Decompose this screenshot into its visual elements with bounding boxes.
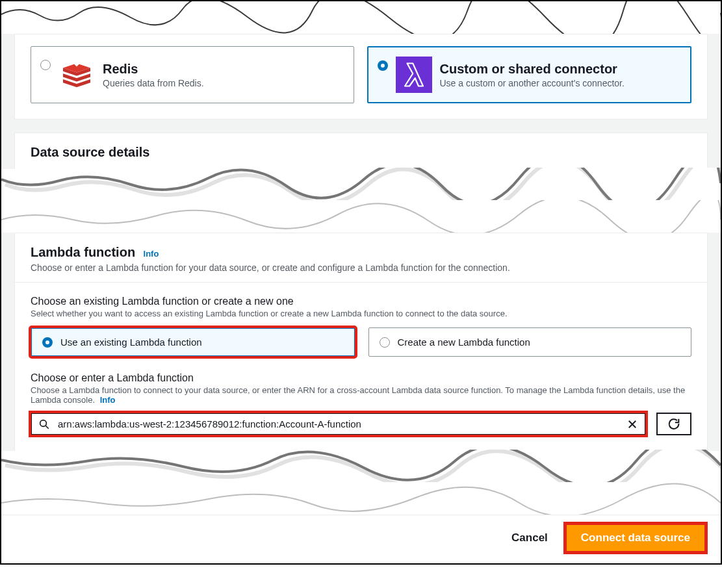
search-icon xyxy=(38,418,50,430)
connect-data-source-button[interactable]: Connect data source xyxy=(566,524,705,552)
refresh-icon xyxy=(667,417,681,431)
clear-icon[interactable] xyxy=(626,418,638,430)
lambda-icon xyxy=(396,57,432,93)
info-link[interactable]: Info xyxy=(144,249,159,259)
connector-tile-custom[interactable]: Custom or shared connector Use a custom … xyxy=(367,46,692,103)
radio-label: Create a new Lambda function xyxy=(398,337,530,348)
torn-edge-mid-bottom xyxy=(1,168,721,200)
radio-icon xyxy=(42,337,53,348)
torn-edge-footer-top xyxy=(1,482,721,515)
connector-options: Redis Queries data from Redis. Custom or… xyxy=(15,46,707,119)
radio-label: Use an existing Lambda function xyxy=(60,337,202,348)
connector-title: Redis xyxy=(103,61,343,77)
radio-icon xyxy=(40,60,51,70)
torn-edge-top xyxy=(1,1,721,34)
svg-line-3 xyxy=(45,426,49,429)
arn-title: Choose or enter a Lambda function xyxy=(31,372,691,384)
connector-title: Custom or shared connector xyxy=(440,61,680,77)
section-sub-lambda: Choose or enter a Lambda function for yo… xyxy=(31,262,691,273)
lambda-arn-field[interactable] xyxy=(31,413,646,435)
cancel-button[interactable]: Cancel xyxy=(509,525,550,551)
radio-icon xyxy=(380,337,390,348)
info-link[interactable]: Info xyxy=(100,395,116,405)
section-heading-lambda: Lambda function xyxy=(31,245,135,259)
radio-icon xyxy=(378,60,388,71)
torn-edge-lambda-bottom xyxy=(1,450,721,482)
radio-create-new[interactable]: Create a new Lambda function xyxy=(368,327,692,357)
connector-desc: Use a custom or another account's connec… xyxy=(440,78,680,88)
arn-help: Choose a Lambda function to connect to y… xyxy=(31,385,691,405)
radio-use-existing[interactable]: Use an existing Lambda function xyxy=(31,327,355,357)
redis-icon xyxy=(58,57,95,93)
lambda-arn-input[interactable] xyxy=(57,418,620,430)
connector-desc: Queries data from Redis. xyxy=(103,78,343,88)
refresh-button[interactable] xyxy=(656,413,691,435)
choose-lambda-title: Choose an existing Lambda function or cr… xyxy=(31,296,691,307)
choose-lambda-help: Select whether you want to access an exi… xyxy=(31,309,691,318)
svg-point-2 xyxy=(40,420,47,426)
footer-actions: Cancel Connect data source xyxy=(1,515,721,563)
torn-edge-lambda-top xyxy=(1,200,721,233)
svg-rect-1 xyxy=(396,57,432,93)
section-heading-details: Data source details xyxy=(31,145,691,160)
connector-tile-redis[interactable]: Redis Queries data from Redis. xyxy=(31,46,354,103)
